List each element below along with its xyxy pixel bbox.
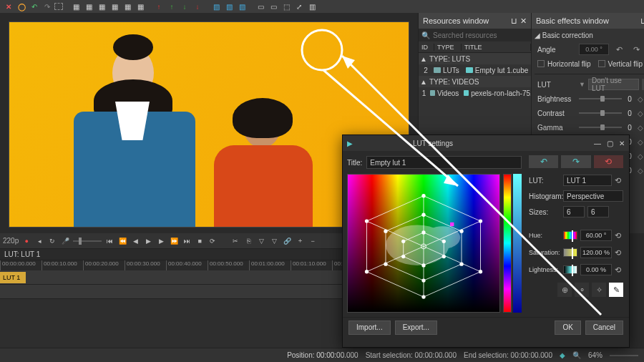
link-icon[interactable]: 🔗 <box>282 236 292 246</box>
align-top-icon[interactable]: ▦ <box>109 1 120 12</box>
prev-frame-icon[interactable]: ◀ <box>130 236 140 246</box>
minimize-icon[interactable]: — <box>594 140 601 147</box>
sat-value[interactable]: 120.00 % <box>580 247 612 258</box>
hex-node-editor[interactable] <box>348 175 499 312</box>
lig-value[interactable]: 0.00 % <box>580 264 612 275</box>
rotate-ccw-icon[interactable]: ↶ <box>612 42 626 57</box>
arrow-down-icon[interactable]: ↓ <box>179 1 190 12</box>
cancel-button[interactable]: Cancel <box>585 321 623 335</box>
hist-prop-select[interactable]: Perspective <box>563 190 623 202</box>
slider-brightness[interactable] <box>579 98 622 99</box>
resources-search[interactable]: 🔍 Searched resources <box>419 29 531 41</box>
keyframe-icon[interactable]: ◇ <box>638 95 643 103</box>
align-center-icon[interactable]: ▦ <box>83 1 94 12</box>
lut-prop-select[interactable]: LUT 1 <box>563 175 612 186</box>
align-bottom-icon[interactable]: ▦ <box>135 1 146 12</box>
slider-contrast[interactable] <box>579 112 622 114</box>
col-title[interactable]: TITLE <box>462 44 531 51</box>
o-icon[interactable]: ◯ <box>16 1 27 12</box>
arrow-top-icon[interactable]: ↑ <box>153 1 165 12</box>
zoom-in-icon[interactable]: ＋ <box>295 236 305 246</box>
wand-tool-icon[interactable]: ✧ <box>592 283 606 297</box>
reset-icon[interactable]: ⟲ <box>615 265 623 275</box>
title-field-input[interactable]: Empty lut 1 <box>366 156 522 169</box>
zoom-out-icon[interactable]: − <box>308 236 318 246</box>
keyframe-icon[interactable]: ◇ <box>638 109 643 117</box>
zoom-slider[interactable] <box>610 355 638 356</box>
rec-icon[interactable]: ● <box>21 236 31 246</box>
pin-icon[interactable]: ⊔ <box>511 16 517 26</box>
marker1-icon[interactable]: ▽ <box>256 236 266 246</box>
diamond-icon[interactable]: ◆ <box>560 351 565 359</box>
keyframe-icon[interactable]: ◇ <box>638 138 643 146</box>
keyframe-icon[interactable]: ◇ <box>638 152 643 160</box>
size-b-select[interactable]: 6 <box>587 206 609 217</box>
redo-icon[interactable]: ↷ <box>42 1 53 12</box>
align-left-icon[interactable]: ▦ <box>70 1 82 12</box>
group-luts-header[interactable]: ▲ TYPE: LUTS <box>419 53 531 64</box>
angle-value[interactable]: 0.00 ° <box>579 44 609 55</box>
col-id[interactable]: ID <box>419 44 434 51</box>
play-icon[interactable]: ▶ <box>143 236 153 246</box>
reset-icon[interactable]: ⟲ <box>615 248 623 258</box>
undo-icon[interactable]: ↶ <box>29 1 40 12</box>
resolution-label[interactable]: 220p <box>3 237 19 245</box>
col-type[interactable]: TYPE <box>434 44 462 51</box>
close-icon[interactable]: ✕ <box>619 140 625 147</box>
lut-select[interactable]: Don't use LUT <box>588 79 639 90</box>
layer3-icon[interactable]: ▧ <box>236 1 248 12</box>
lig-slider[interactable] <box>563 265 577 274</box>
step-fwd-icon[interactable]: ⏩ <box>169 236 179 246</box>
ok-button[interactable]: OK <box>555 321 580 335</box>
resource-row-lut[interactable]: 2 LUTs Empty lut 1.cube <box>419 64 531 76</box>
pin-icon[interactable]: ⊔ <box>640 16 644 26</box>
step-back-icon[interactable]: ⏪ <box>117 236 127 246</box>
goto-end-icon[interactable]: ⏭ <box>182 236 192 246</box>
export-button[interactable]: Export... <box>395 321 437 335</box>
keyframe-icon[interactable]: ◇ <box>638 167 643 175</box>
slider-gamma[interactable] <box>579 127 622 128</box>
undo-button[interactable]: ↶ <box>529 155 558 168</box>
dialog-titlebar[interactable]: ▶LUT settings — ▢ ✕ <box>343 135 629 151</box>
cut-icon[interactable]: ✂ <box>230 236 240 246</box>
layer2-icon[interactable]: ▧ <box>223 1 235 12</box>
target-icon[interactable]: ⊕ <box>557 283 572 297</box>
reset-button[interactable]: ⟲ <box>594 155 623 168</box>
arrow-up-icon[interactable]: ↑ <box>166 1 177 12</box>
mic-icon[interactable]: 🎤 <box>60 236 70 246</box>
reset-icon[interactable]: ⟲ <box>615 231 623 240</box>
next-frame-icon[interactable]: ▶ <box>156 236 166 246</box>
group1-icon[interactable]: ▭ <box>255 1 266 12</box>
zoom-icon[interactable]: 🔍 <box>572 351 581 359</box>
arrow-bottom-icon[interactable]: ↓ <box>192 1 203 12</box>
eyedropper-icon[interactable]: ✎ <box>609 283 623 297</box>
back-icon[interactable]: ◂ <box>34 236 44 246</box>
props-icon[interactable]: ▥ <box>306 1 318 12</box>
redo-button[interactable]: ↷ <box>561 155 590 168</box>
layer1-icon[interactable]: ▧ <box>210 1 222 12</box>
crop-icon[interactable]: ⬚ <box>280 1 292 12</box>
goto-start-icon[interactable]: ⏮ <box>104 236 114 246</box>
import-button[interactable]: Import... <box>348 321 391 335</box>
reset-icon[interactable]: ⟲ <box>615 176 623 185</box>
close-icon[interactable]: ✕ <box>520 16 527 26</box>
vflip-checkbox[interactable] <box>598 60 605 67</box>
hflip-checkbox[interactable] <box>537 60 545 67</box>
timeline-clip[interactable]: LUT 1 <box>0 272 26 283</box>
align-right-icon[interactable]: ▦ <box>96 1 107 12</box>
x-icon[interactable]: ✕ <box>3 1 14 12</box>
resize-icon[interactable]: ⤢ <box>293 1 305 12</box>
group2-icon[interactable]: ▭ <box>268 1 279 12</box>
select-icon[interactable] <box>54 3 63 10</box>
shade-bar[interactable] <box>513 174 522 313</box>
size-a-select[interactable]: 6 <box>563 206 585 217</box>
section-basic-correction[interactable]: ◢ Basic correction <box>535 31 644 39</box>
loop-icon[interactable]: ⟳ <box>208 236 218 246</box>
rotate-cw-icon[interactable]: ↷ <box>629 42 643 57</box>
marker2-icon[interactable]: ▽ <box>269 236 279 246</box>
hue-slider[interactable] <box>563 231 577 240</box>
hue-bar[interactable] <box>503 174 512 313</box>
refresh-icon[interactable]: ↻ <box>47 236 57 246</box>
maximize-icon[interactable]: ▢ <box>607 140 613 147</box>
sat-slider[interactable] <box>563 248 577 257</box>
